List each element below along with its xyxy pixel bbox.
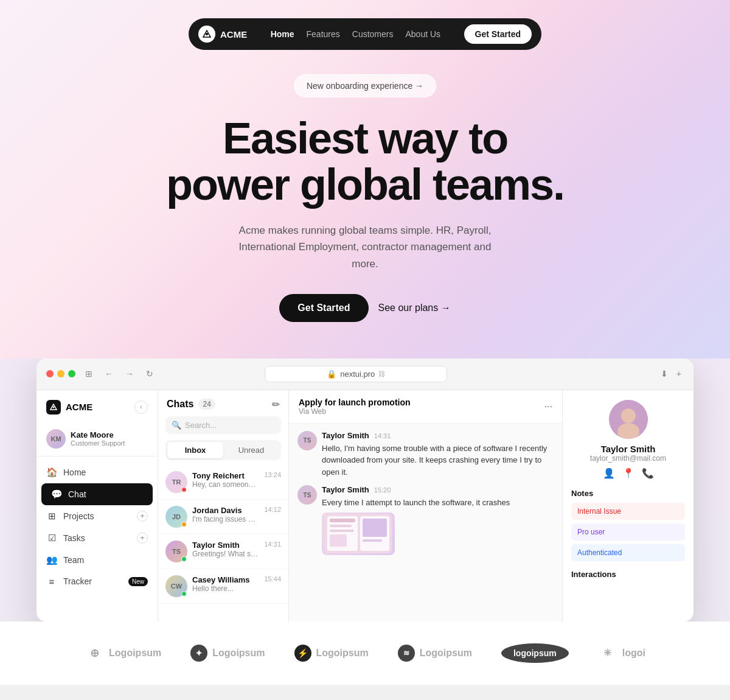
- tl-yellow[interactable]: [57, 370, 64, 377]
- user-info: Kate Moore Customer Support: [71, 430, 125, 447]
- nav-logo-icon: [198, 26, 215, 43]
- sidebar-item-tasks[interactable]: ☑ Tasks +: [36, 527, 158, 549]
- home-icon: 🏠: [46, 467, 57, 478]
- chat-list-header: Chats 24 ✏: [158, 390, 288, 416]
- chat-list-title: Chats 24: [167, 399, 215, 410]
- chat-info-taylor: Taylor Smith Greetings! What seems to be…: [192, 541, 259, 558]
- tracker-icon: ≡: [46, 576, 57, 587]
- message-group: TS Taylor Smith 14:31 Hello, I'm having …: [297, 431, 554, 478]
- sidebar-item-projects[interactable]: ⊞ Projects +: [36, 505, 158, 527]
- chat-icon: 💬: [51, 489, 62, 500]
- onboarding-pill[interactable]: New onboarding experience →: [294, 74, 436, 97]
- sidebar-brand-name: ACME: [66, 402, 92, 412]
- chat-more-options-button[interactable]: ···: [544, 401, 552, 412]
- contact-phone-button[interactable]: 📞: [642, 467, 654, 479]
- logo-item-4: ≋ Logoipsum: [398, 645, 472, 662]
- contact-card: Taylor Smith taylor_smith@mail.com 👤 📍 📞: [571, 400, 685, 479]
- message-header-1: Taylor Smith 14:31: [322, 431, 554, 440]
- tl-green[interactable]: [68, 370, 75, 377]
- browser-sidebar-toggle[interactable]: ⊞: [83, 368, 95, 380]
- nav-link-home[interactable]: Home: [271, 29, 294, 39]
- logo-item-2: ✦ Logoipsum: [190, 645, 265, 662]
- logo-icon-2: ✦: [190, 645, 207, 662]
- note-tag-pro: Pro user: [571, 523, 685, 541]
- browser-new-tab-button[interactable]: +: [674, 368, 684, 380]
- nav-cta-button[interactable]: Get Started: [464, 24, 532, 44]
- chat-item[interactable]: JD Jordan Davis I'm facing issues with b…: [158, 500, 288, 534]
- hero-see-plans-button[interactable]: See our plans →: [378, 303, 451, 313]
- sidebar-brand-icon: [46, 400, 61, 415]
- chat-item[interactable]: TS Taylor Smith Greetings! What seems to…: [158, 534, 288, 569]
- filter-tabs: Inbox Unread: [165, 440, 281, 460]
- sidebar-item-team[interactable]: 👥 Team: [36, 549, 158, 571]
- svg-rect-5: [330, 519, 355, 522]
- url-text: nextui.pro: [340, 369, 375, 379]
- chat-main: Apply for launch promotion Via Web ··· T…: [289, 390, 563, 621]
- contact-actions: 👤 📍 📞: [603, 467, 654, 479]
- hero-subtitle: Acme makes running global teams simple. …: [231, 222, 499, 272]
- message-header-2: Taylor Smith 15:20: [322, 485, 554, 494]
- logo-icon-4: ≋: [398, 645, 415, 662]
- address-bar: 🔒 nextui.pro ⛓: [265, 366, 447, 382]
- sidebar-collapse-button[interactable]: ‹: [134, 401, 148, 414]
- chat-header: Apply for launch promotion Via Web ···: [289, 390, 562, 424]
- svg-rect-7: [330, 530, 354, 532]
- contact-profile-button[interactable]: 👤: [603, 467, 615, 479]
- note-tag-internal: Internal Issue: [571, 503, 685, 520]
- logo-item-3: ⚡ Logoipsum: [294, 645, 369, 662]
- sidebar-item-home[interactable]: 🏠 Home: [36, 461, 158, 483]
- app-layout: ACME ‹ KM Kate Moore Customer Support 🏠 …: [36, 390, 693, 621]
- chat-info-tony: Tony Reichert Hey, can someone assist me…: [192, 471, 259, 489]
- nav-logo: ACME: [198, 26, 247, 43]
- nav-link-customers[interactable]: Customers: [352, 29, 394, 39]
- browser-refresh-button[interactable]: ↻: [144, 368, 156, 380]
- lock-icon: 🔒: [327, 369, 336, 379]
- chat-item[interactable]: TR Tony Reichert Hey, can someone assist…: [158, 465, 288, 500]
- compose-button[interactable]: ✏: [272, 399, 280, 410]
- message-content-2: Taylor Smith 15:20 Every time I attempt …: [322, 485, 554, 555]
- tracker-badge: New: [128, 577, 148, 586]
- browser-back-button[interactable]: ←: [102, 368, 116, 380]
- chat-item[interactable]: CW Casey Williams Hello there... 15:44: [158, 569, 288, 604]
- chat-avatar-casey: CW: [165, 575, 187, 597]
- svg-point-1: [53, 406, 55, 408]
- sidebar-item-tracker[interactable]: ≡ Tracker New: [36, 571, 158, 592]
- filter-tab-unread[interactable]: Unread: [223, 442, 279, 458]
- navigation: ACME Home Features Customers About Us Ge…: [24, 18, 706, 74]
- contact-email: taylor_smith@mail.com: [590, 454, 666, 463]
- contact-name: Taylor Smith: [601, 444, 656, 454]
- chat-meta-jordan: 14:12: [264, 506, 281, 513]
- chat-messages: TS Taylor Smith 14:31 Hello, I'm having …: [289, 424, 562, 621]
- filter-tab-inbox[interactable]: Inbox: [167, 442, 223, 458]
- nav-link-about[interactable]: About Us: [405, 29, 440, 39]
- add-task-button[interactable]: +: [137, 533, 148, 544]
- svg-rect-8: [330, 534, 347, 547]
- chat-avatar-jordan: JD: [165, 506, 187, 528]
- search-icon: 🔍: [172, 421, 181, 430]
- team-icon: 👥: [46, 555, 57, 565]
- message-avatar-1: TS: [297, 431, 317, 450]
- logo-dark-bg-5: logoipsum: [501, 643, 569, 663]
- sidebar-header: ACME ‹: [36, 400, 158, 424]
- svg-rect-6: [330, 525, 352, 527]
- svg-rect-9: [363, 519, 387, 537]
- nav-link-features[interactable]: Features: [307, 29, 340, 39]
- chat-meta-casey: 15:44: [264, 575, 281, 583]
- sidebar-brand: ACME: [46, 400, 92, 415]
- right-panel: Taylor Smith taylor_smith@mail.com 👤 📍 📞…: [563, 390, 693, 621]
- message-group: TS Taylor Smith 15:20 Every time I attem…: [297, 485, 554, 555]
- add-project-button[interactable]: +: [137, 511, 148, 522]
- message-avatar-2: TS: [297, 485, 317, 505]
- contact-location-button[interactable]: 📍: [622, 467, 634, 479]
- search-box[interactable]: 🔍 Search...: [165, 416, 281, 434]
- hero-get-started-button[interactable]: Get Started: [279, 294, 368, 322]
- browser-download-button[interactable]: ⬇: [658, 368, 670, 380]
- browser-forward-button[interactable]: →: [123, 368, 136, 380]
- sidebar-item-chat[interactable]: 💬 Chat: [41, 483, 153, 505]
- svg-point-12: [621, 408, 636, 423]
- note-tag-authenticated: Authenticated: [571, 544, 685, 561]
- sidebar-avatar: KM: [46, 429, 66, 449]
- hero-title: Easiest way to power global teams.: [24, 116, 706, 208]
- tl-red[interactable]: [46, 370, 54, 377]
- chat-header-info: Apply for launch promotion Via Web: [299, 397, 411, 416]
